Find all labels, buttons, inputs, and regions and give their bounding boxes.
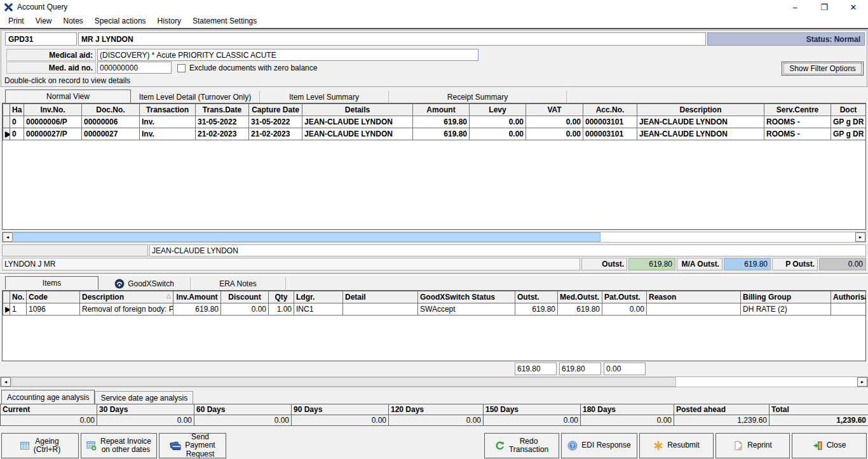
col-billing-group[interactable]: Billing Group — [741, 291, 831, 303]
cell: 31-05-2022 — [249, 116, 302, 128]
menu-history[interactable]: History — [152, 15, 187, 27]
cell: 21-02-2023 — [196, 128, 249, 140]
col-discount[interactable]: Discount — [221, 291, 269, 303]
age-value-posted-ahead: 1,239.60 — [674, 415, 770, 426]
minimize-button[interactable]: – — [780, 0, 810, 14]
close-window-button[interactable]: ✕ — [839, 0, 868, 14]
col-qty[interactable]: Qty — [269, 291, 294, 303]
show-filter-options-button[interactable]: Show Filter Options — [782, 62, 864, 76]
col-transaction[interactable]: Transaction — [140, 104, 196, 116]
items-grid: No. Code Description△ Inv.Amount Discoun… — [2, 290, 866, 361]
cell: ROOMS - — [764, 116, 831, 128]
total-med-outst-field: 619.80 — [559, 363, 601, 375]
menu-view[interactable]: View — [30, 15, 58, 27]
titlebar: Account Query – ❐ ✕ — [0, 0, 868, 14]
col-ldgr[interactable]: Ldgr. — [294, 291, 343, 303]
cell: GP g DR — [831, 116, 866, 128]
col-acc-no[interactable]: Acc.No. — [583, 104, 637, 116]
tab-era-notes[interactable]: ERA Notes — [191, 277, 286, 289]
tab-items[interactable]: Items — [5, 276, 98, 289]
tab-receipt-summary[interactable]: Receipt Summary — [389, 91, 567, 103]
col-gxs-status[interactable]: GoodXSwitch Status — [418, 291, 515, 303]
scroll-right-arrow[interactable]: ► — [857, 377, 867, 387]
col-levy[interactable]: Levy — [470, 104, 526, 116]
col-trans-date[interactable]: Trans.Date — [196, 104, 249, 116]
col-item-description[interactable]: Description△ — [80, 291, 173, 303]
col-vat[interactable]: VAT — [526, 104, 583, 116]
cell: GP g DR — [831, 128, 866, 140]
repeat-invoice-icon — [86, 441, 97, 451]
col-doct[interactable]: Doct — [831, 104, 866, 116]
col-30-days: 30 Days — [97, 404, 194, 415]
col-med-outst[interactable]: Med.Outst. — [558, 291, 602, 303]
restore-button[interactable]: ❐ — [810, 0, 839, 14]
col-serv-centre[interactable]: Serv.Centre — [764, 104, 831, 116]
tab-item-level-detail[interactable]: Item Level Detail (Turnover Only) — [131, 91, 260, 103]
menu-statement-settings[interactable]: Statement Settings — [187, 15, 262, 27]
scroll-thumb[interactable] — [11, 377, 676, 387]
edi-response-button[interactable]: ? EDI Response — [561, 433, 637, 458]
col-inv-no[interactable]: Inv.No. — [24, 104, 82, 116]
cell: 000003101 — [583, 116, 637, 128]
total-pat-outst-field: 0.00 — [604, 363, 646, 375]
row-selector-current: ▶ — [3, 303, 10, 316]
goodx-logo-icon — [3, 3, 14, 12]
menu-special-actions[interactable]: Special actions — [89, 15, 152, 27]
scroll-left-arrow[interactable]: ◄ — [3, 232, 13, 242]
age-analysis-table: Current 30 Days 60 Days 90 Days 120 Days… — [0, 404, 868, 426]
cell: 619.80 — [515, 303, 558, 316]
tab-normal-view[interactable]: Normal View — [5, 90, 131, 103]
col-ha[interactable]: Ha — [10, 104, 24, 116]
col-detail[interactable]: Detail — [343, 291, 418, 303]
col-authorisation[interactable]: Authorisa — [831, 291, 866, 303]
scroll-right-arrow[interactable]: ► — [855, 232, 865, 242]
redo-transaction-button[interactable]: Redo Transaction — [484, 433, 559, 458]
ageing-grid-icon — [20, 441, 30, 451]
status-badge: Status: Normal — [707, 32, 865, 46]
sort-ascending-icon: △ — [166, 293, 171, 299]
menu-print[interactable]: Print — [3, 15, 30, 27]
col-capture-date[interactable]: Capture Date — [249, 104, 302, 116]
tab-item-level-summary[interactable]: Item Level Summary — [260, 91, 389, 103]
cell: ROOMS - — [764, 128, 831, 140]
tab-accounting-age[interactable]: Accounting age analysis — [1, 390, 95, 404]
scroll-thumb[interactable] — [13, 232, 600, 242]
med-aid-no-input[interactable]: 000000000 — [97, 62, 172, 74]
send-payment-request-button[interactable]: Send Payment Request — [159, 433, 226, 458]
cell: JEAN-CLAUDE LYNDON — [637, 116, 764, 128]
selector-column-header — [3, 104, 10, 116]
col-description[interactable]: Description — [637, 104, 764, 116]
cell: 619.80 — [558, 303, 602, 316]
row-selector — [3, 116, 10, 128]
col-reason[interactable]: Reason — [647, 291, 741, 303]
goodxswitch-tab-label: GoodXSwitch — [128, 279, 174, 288]
items-hscrollbar: ◄ ► — [0, 376, 868, 387]
col-60-days: 60 Days — [194, 404, 292, 415]
ageing-button[interactable]: Ageing (Ctrl+R) — [1, 433, 79, 458]
col-no[interactable]: No. — [10, 291, 27, 303]
col-pat-outst[interactable]: Pat.Outst. — [602, 291, 647, 303]
transaction-row[interactable]: ▶ 0 00000027/P 00000027 Inv. 21-02-2023 … — [3, 128, 866, 140]
resubmit-button[interactable]: Resubmit — [639, 433, 714, 458]
view-tabs: Normal View Item Level Detail (Turnover … — [5, 90, 868, 103]
col-code[interactable]: Code — [27, 291, 80, 303]
col-outst[interactable]: Outst. — [515, 291, 558, 303]
scroll-left-arrow[interactable]: ◄ — [1, 377, 11, 387]
close-button[interactable]: Close — [792, 433, 867, 458]
tab-goodxswitch[interactable]: GoodXSwitch — [98, 277, 191, 289]
col-posted-ahead: Posted ahead — [674, 404, 770, 415]
medical-aid-input[interactable]: (DISCOVERY) * Acute PRIORITY CLASSIC ACU… — [97, 49, 478, 61]
menu-notes[interactable]: Notes — [57, 15, 88, 27]
cell — [831, 303, 866, 316]
transaction-row[interactable]: 0 00000006/P 00000006 Inv. 31-05-2022 31… — [3, 116, 866, 128]
col-doc-no[interactable]: Doc.No. — [82, 104, 140, 116]
col-inv-amount[interactable]: Inv.Amount — [173, 291, 221, 303]
tab-service-date-age[interactable]: Service date age analysis — [95, 391, 193, 404]
button-bar-spacer — [228, 433, 482, 458]
col-details[interactable]: Details — [302, 104, 413, 116]
exclude-zero-checkbox[interactable] — [177, 64, 186, 72]
item-row[interactable]: ▶ 1 1096 Removal of foreign body: Phar 6… — [3, 303, 866, 316]
reprint-button[interactable]: Reprint — [715, 433, 790, 458]
col-amount[interactable]: Amount — [413, 104, 470, 116]
repeat-invoice-button[interactable]: Repeat Invoice on other dates — [81, 433, 157, 458]
